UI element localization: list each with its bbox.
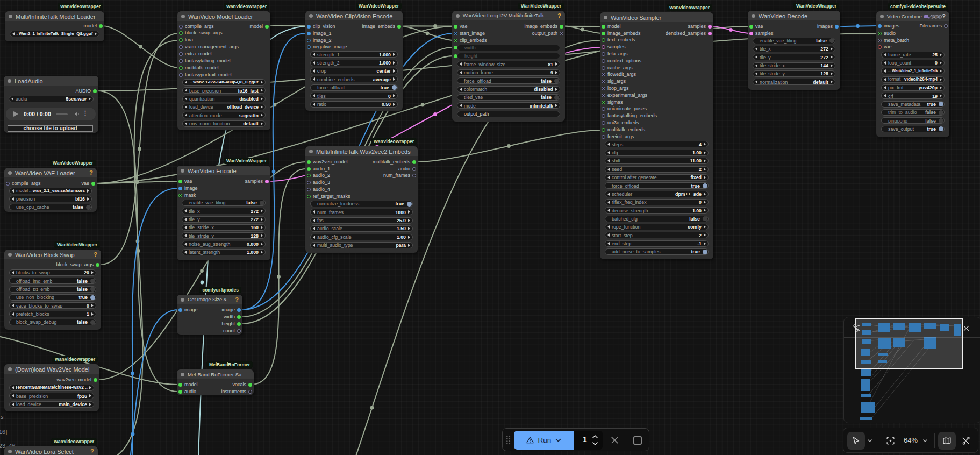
svg-text:V: V	[932, 15, 933, 18]
svg-text:S: S	[939, 15, 941, 18]
svg-text:H: H	[935, 15, 937, 18]
